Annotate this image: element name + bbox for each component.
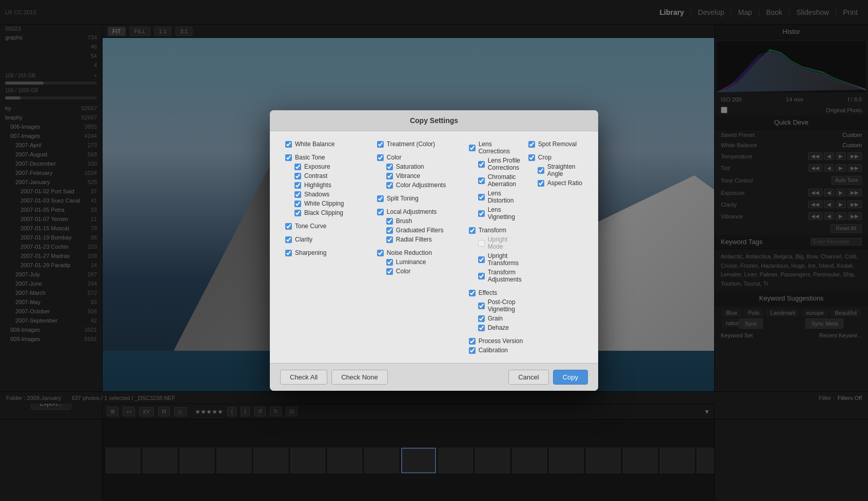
cb-saturation: Saturation [377,162,459,171]
cb-contrast-label: Contrast [304,172,327,179]
cb-graduated-input[interactable] [386,227,393,234]
cb-treatment-input[interactable] [377,141,384,148]
cb-lens-distortion-input[interactable] [478,194,485,201]
modal-title: Copy Settings [270,110,598,131]
cb-treatment-label: Treatment (Color) [387,141,435,148]
cb-straighten-input[interactable] [538,167,544,174]
cb-transform-adj: Transform Adjustments [469,268,523,284]
cb-luminance: Luminance [377,257,459,267]
cb-crop: Crop [528,153,583,162]
check-all-button[interactable]: Check All [280,370,327,385]
cb-lens-corr-input[interactable] [469,145,476,151]
cb-color-adj: Color Adjustments [377,181,459,190]
cb-upright-mode: Upright Mode [469,235,523,251]
cb-process-version-input[interactable] [469,338,476,345]
cb-vibrance-label: Vibrance [396,172,420,179]
cb-color-noise-input[interactable] [386,268,393,275]
cb-split-toning-input[interactable] [377,195,384,202]
cb-noise-reduction-input[interactable] [377,250,384,256]
cb-radial-input[interactable] [386,236,393,243]
cb-shadows: Shadows [285,190,367,199]
cb-sharpening: Sharpening [285,248,367,257]
cb-black-clipping-input[interactable] [294,210,301,216]
cb-process-version: Process Version [469,336,523,346]
modal-col-3-left: Lens Corrections Lens Profile Correction… [469,139,523,355]
cb-lens-corr: Lens Corrections [469,139,523,156]
cb-upright-transforms-label: Upright Transforms [488,252,523,267]
cb-white-clipping: White Clipping [285,199,367,208]
cb-luminance-label: Luminance [396,258,426,266]
cb-aspect-ratio-input[interactable] [538,180,544,187]
cb-tone-curve-input[interactable] [285,223,292,230]
cb-highlights-input[interactable] [294,182,301,189]
cb-shadows-input[interactable] [294,191,301,198]
cb-dehaze-input[interactable] [478,325,485,331]
cb-luminance-input[interactable] [386,259,393,266]
cb-upright-transforms-input[interactable] [478,256,485,263]
cb-saturation-label: Saturation [396,163,424,170]
cb-vibrance: Vibrance [377,171,459,181]
cb-color-adj-input[interactable] [386,182,393,189]
cb-brush-input[interactable] [386,218,393,225]
cancel-button[interactable]: Cancel [508,370,548,385]
cb-crop-input[interactable] [528,154,535,161]
cb-color-noise-label: Color [396,268,411,275]
cb-vibrance-input[interactable] [386,173,393,179]
cb-basic-tone-input[interactable] [285,154,292,161]
cb-saturation-input[interactable] [386,164,393,170]
cb-aspect-ratio: Aspect Ratio [528,178,583,188]
cb-lens-distortion: Lens Distortion [469,189,523,205]
cb-local-adj-input[interactable] [377,209,384,215]
copy-settings-modal: Copy Settings White Balance Basic Tone E… [270,110,598,391]
cb-effects-label: Effects [479,289,497,296]
cb-brush-label: Brush [396,217,412,225]
modal-right-buttons: Cancel Copy [508,370,588,385]
copy-button[interactable]: Copy [553,370,588,385]
cb-post-crop-label: Post-Crop Vignetting [488,298,523,313]
cb-transform-input[interactable] [469,227,476,234]
cb-straighten-label: Straighten Angle [547,163,583,177]
cb-post-crop-input[interactable] [478,303,485,309]
cb-chromatic: Chromatic Aberration [469,172,523,189]
cb-sharpening-input[interactable] [285,250,292,256]
cb-white-balance-input[interactable] [285,141,292,148]
cb-radial: Radial Filters [377,235,459,244]
check-none-button[interactable]: Check None [331,370,388,385]
modal-body: White Balance Basic Tone Exposure Contra… [270,131,598,363]
cb-grain-input[interactable] [478,315,485,322]
cb-lens-profile-input[interactable] [478,161,485,168]
cb-straighten: Straighten Angle [528,162,583,178]
modal-left-buttons: Check All Check None [280,370,388,385]
cb-color-label: Color [387,154,402,161]
modal-overlay: Copy Settings White Balance Basic Tone E… [0,0,868,501]
cb-lens-profile: Lens Profile Corrections [469,156,523,172]
cb-transform-adj-input[interactable] [478,273,485,279]
cb-grain: Grain [469,314,523,323]
cb-lens-profile-label: Lens Profile Corrections [488,157,523,171]
cb-color-noise: Color [377,267,459,276]
cb-spot-removal: Spot Removal [528,139,583,149]
cb-upright-mode-input[interactable] [478,240,485,247]
cb-contrast: Contrast [285,171,367,181]
cb-effects-input[interactable] [469,290,476,296]
cb-color-input[interactable] [377,154,384,161]
modal-col-3-right: Spot Removal Crop Straighten Angle Aspec… [528,139,583,355]
cb-calibration-input[interactable] [469,347,476,354]
cb-clarity-label: Clarity [295,236,312,243]
cb-exposure-input[interactable] [294,164,301,170]
cb-highlights-label: Highlights [304,182,331,189]
cb-lens-distortion-label: Lens Distortion [488,190,523,204]
cb-lens-vignetting-input[interactable] [478,210,485,217]
cb-split-toning-label: Split Toning [387,195,419,202]
cb-contrast-input[interactable] [294,173,301,179]
cb-post-crop: Post-Crop Vignetting [469,297,523,314]
cb-tone-curve: Tone Curve [285,222,367,231]
cb-shadows-label: Shadows [304,191,329,198]
cb-white-clipping-input[interactable] [294,201,301,207]
cb-chromatic-input[interactable] [478,177,485,184]
cb-tone-curve-label: Tone Curve [295,223,326,230]
cb-clarity-input[interactable] [285,236,292,243]
cb-spot-removal-label: Spot Removal [538,141,577,148]
cb-dehaze: Dehaze [469,323,523,332]
cb-spot-removal-input[interactable] [528,141,535,148]
